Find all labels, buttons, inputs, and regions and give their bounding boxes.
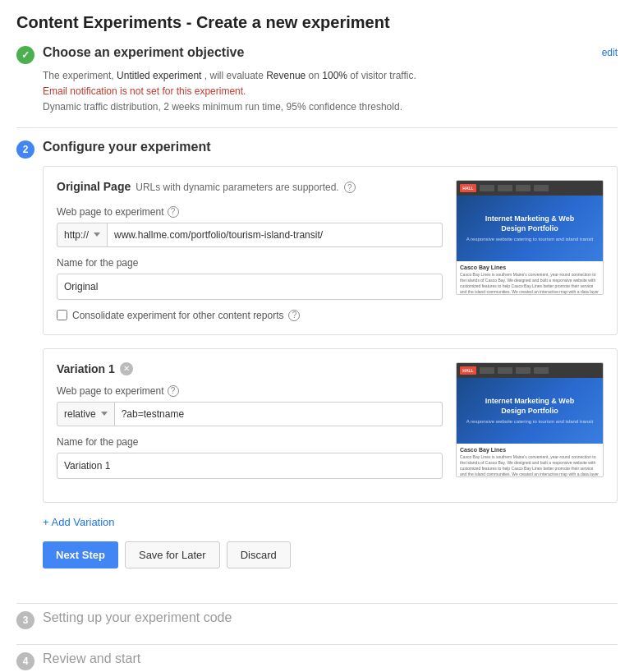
preview-logo: HALL bbox=[460, 184, 476, 192]
original-page-section: Original Page URLs with dynamic paramete… bbox=[43, 166, 618, 335]
preview-body-title: Casco Bay Lines bbox=[460, 265, 600, 270]
v1-preview-header: HALL bbox=[457, 363, 603, 378]
original-url-label: Web page to experiment ? bbox=[57, 206, 443, 218]
save-later-button[interactable]: Save for Later bbox=[125, 541, 220, 568]
step1-heading: Choose an experiment objective bbox=[43, 45, 244, 60]
step3: 3 Setting up your experiment code bbox=[16, 603, 618, 636]
original-name-label: Name for the page bbox=[57, 257, 443, 269]
preview-nav3 bbox=[516, 185, 531, 191]
variation1-url-prefix-select[interactable]: relative bbox=[57, 402, 115, 426]
variation1-url-input[interactable] bbox=[115, 402, 443, 426]
original-url-help-icon[interactable]: ? bbox=[168, 206, 179, 218]
variation1-url-label: Web page to experiment ? bbox=[57, 385, 443, 397]
step4-heading: Review and start bbox=[43, 651, 140, 666]
step1-indicator: ✓ bbox=[16, 46, 34, 64]
preview-nav1 bbox=[480, 185, 494, 191]
original-page-preview: HALL Internet Marketing & WebDesign Port… bbox=[456, 180, 604, 321]
v1-preview-logo: HALL bbox=[460, 366, 476, 375]
preview-nav4 bbox=[534, 185, 549, 191]
variation1-title-row: Variation 1 ✕ bbox=[57, 362, 443, 375]
preview-hero: Internet Marketing & WebDesign Portfolio… bbox=[457, 196, 603, 261]
step3-indicator: 3 bbox=[16, 611, 34, 629]
variation1-section: Variation 1 ✕ Web page to experiment ? r… bbox=[43, 348, 618, 503]
step2-indicator: 2 bbox=[16, 140, 34, 159]
original-page-help-icon[interactable]: ? bbox=[344, 182, 356, 193]
step1-summary-line2: Email notification is not set for this e… bbox=[43, 84, 618, 99]
step1-summary: The experiment, Untitled experiment , wi… bbox=[43, 68, 618, 116]
original-page-left: Original Page URLs with dynamic paramete… bbox=[57, 180, 443, 321]
variation1-url-prefix-chevron bbox=[101, 412, 108, 416]
preview-hero-sub: A responsive website catering to tourism… bbox=[466, 237, 593, 242]
variation1-url-input-row: relative bbox=[57, 402, 443, 426]
original-page-title: Original Page bbox=[57, 180, 131, 193]
v1-preview-body-text: Casco Bay Lines is southern Maine's conv… bbox=[460, 454, 600, 477]
v1-preview-nav4 bbox=[534, 367, 549, 374]
consolidate-label: Consolidate experiment for other content… bbox=[72, 310, 283, 321]
page-title: Content Experiments - Create a new exper… bbox=[16, 13, 618, 32]
variation1-name-input[interactable] bbox=[57, 453, 443, 479]
v1-preview-body-title: Casco Bay Lines bbox=[460, 447, 600, 453]
original-url-prefix-select[interactable]: http:// bbox=[57, 223, 108, 247]
v1-preview-hero: Internet Marketing & WebDesign Portfolio… bbox=[457, 378, 603, 444]
variation1-left: Variation 1 ✕ Web page to experiment ? r… bbox=[57, 362, 443, 489]
consolidate-checkbox[interactable] bbox=[57, 310, 67, 320]
action-button-row: Next Step Save for Later Discard bbox=[43, 541, 618, 568]
step4-indicator: 4 bbox=[16, 652, 34, 670]
consolidate-checkbox-row: Consolidate experiment for other content… bbox=[57, 310, 443, 321]
v1-preview-hero-sub: A responsive website catering to tourism… bbox=[466, 419, 593, 424]
v1-preview-nav1 bbox=[480, 367, 494, 374]
variation1-preview: HALL Internet Marketing & WebDesign Port… bbox=[456, 362, 604, 489]
original-url-input[interactable] bbox=[108, 223, 443, 247]
step1-content: Choose an experiment objective edit The … bbox=[43, 45, 618, 116]
original-url-input-row: http:// bbox=[57, 223, 443, 247]
step1-edit-link[interactable]: edit bbox=[602, 47, 618, 58]
step1-summary-line1: The experiment, Untitled experiment , wi… bbox=[43, 68, 618, 84]
preview-nav2 bbox=[498, 185, 512, 191]
step4: 4 Review and start bbox=[16, 644, 618, 672]
v1-preview-hero-title: Internet Marketing & WebDesign Portfolio bbox=[485, 397, 574, 416]
add-variation-link[interactable]: + Add Variation bbox=[43, 516, 115, 528]
v1-preview-nav2 bbox=[498, 367, 512, 374]
v1-preview-nav3 bbox=[516, 367, 531, 374]
step2-content: Configure your experiment Original Page … bbox=[43, 140, 618, 593]
preview-hero-title: Internet Marketing & WebDesign Portfolio bbox=[485, 214, 574, 233]
step1-summary-line3: Dynamic traffic distribution, 2 weeks mi… bbox=[43, 99, 618, 115]
step2: 2 Configure your experiment Original Pag… bbox=[16, 140, 618, 593]
next-step-button[interactable]: Next Step bbox=[43, 541, 118, 568]
step3-heading: Setting up your experiment code bbox=[43, 610, 232, 625]
variation1-preview-thumb: HALL Internet Marketing & WebDesign Port… bbox=[456, 362, 604, 477]
step2-heading: Configure your experiment bbox=[43, 140, 618, 154]
preview-body: Casco Bay Lines Casco Bay Lines is south… bbox=[457, 261, 603, 295]
discard-button[interactable]: Discard bbox=[227, 541, 291, 568]
variation1-close-btn[interactable]: ✕ bbox=[120, 362, 133, 375]
consolidate-help-icon[interactable]: ? bbox=[288, 310, 300, 321]
variation1-url-help-icon[interactable]: ? bbox=[168, 385, 179, 397]
v1-preview-body: Casco Bay Lines Casco Bay Lines is south… bbox=[457, 444, 603, 477]
variation1-name-label: Name for the page bbox=[57, 436, 443, 448]
step2-body: Original Page URLs with dynamic paramete… bbox=[43, 158, 618, 593]
original-url-prefix-chevron bbox=[94, 232, 100, 237]
original-preview-thumb: HALL Internet Marketing & WebDesign Port… bbox=[456, 180, 604, 295]
variation1-title: Variation 1 bbox=[57, 362, 115, 375]
original-page-subtitle: URLs with dynamic parameters are support… bbox=[136, 182, 338, 193]
original-name-input[interactable] bbox=[57, 274, 443, 300]
step1: ✓ Choose an experiment objective edit Th… bbox=[16, 45, 618, 116]
preview-body-text: Casco Bay Lines is southern Maine's conv… bbox=[460, 272, 600, 295]
preview-header: HALL bbox=[457, 181, 603, 196]
